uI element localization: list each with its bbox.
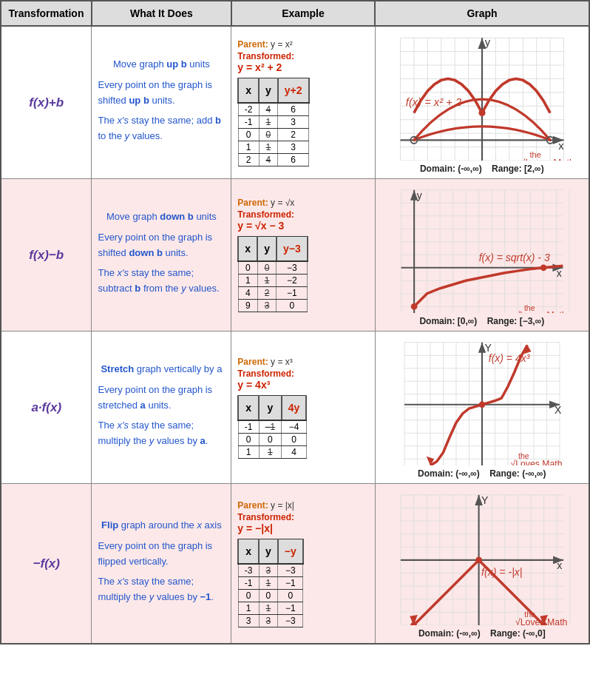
domain-range-2: Domain: (-∞,∞) Range: (-∞,∞) [382,468,583,479]
transform-cell-2: a·f(x) [1,332,92,484]
table-row: 002 [238,128,308,141]
parent-line-2: Parent: y = x³ [237,357,368,367]
graph-svg-3: Y x f(x) = -|x| the √Loves Math [382,488,583,625]
example-cell-1: Parent: y = √x Transformed: y = √x − 3 x… [231,179,375,332]
what-main-3: Flip graph around the x axis [98,518,225,534]
parent-line-3: Parent: y = |x| [237,500,368,511]
svg-text:√Loves Math: √Loves Math [515,310,566,313]
table-row: -33−3 [238,564,302,577]
svg-text:√Loves Math: √Loves Math [510,459,562,465]
table-row: 246 [238,153,308,166]
table-row: -113 [238,115,308,128]
transform-cell-1: f(x)−b [1,179,92,332]
transform-label-3: −f(x) [7,556,85,571]
table-row: 930 [238,300,307,312]
transformed-label-2: Transformed: [237,368,368,379]
table-row: -246 [238,103,308,116]
example-cell-3: Parent: y = |x| Transformed: y = −|x| xy… [231,484,375,645]
graph-svg-0: y x f(x) = x² + 2 the √Loves Math [382,31,583,161]
header-transformation: Transformation [1,1,92,26]
transform-cell-0: f(x)+b [1,26,92,179]
transform-label-0: f(x)+b [7,95,85,110]
data-table-0: xyy+2 -246 -113 002 113 246 [237,78,309,166]
domain-range-3: Domain: (-∞,∞) Range: (-∞,0] [382,628,583,639]
graph-cell-2: Y X f(x) = 4x³ the √Loves Math Domain: (… [375,332,589,484]
header-what-it-does: What It Does [92,1,231,26]
domain-range-0: Domain: (-∞,∞) Range: [2,∞) [382,164,583,174]
header-example: Example [231,1,375,26]
svg-text:x: x [556,267,561,279]
equation-3: y = −|x| [237,522,368,534]
graph-cell-1: y x f(x) = sqrt(x) - 3 the √Loves Math D… [375,179,589,332]
table-row: 000 [238,589,302,602]
what-main-2: Stretch graph vertically by a [98,362,225,377]
example-cell-0: Parent: y = x² Transformed: y = x² + 2 x… [231,26,375,179]
svg-text:X: X [555,404,562,416]
svg-text:y: y [484,36,490,48]
svg-point-66 [540,264,547,271]
svg-text:f(x) = x² + 2: f(x) = x² + 2 [406,96,461,108]
svg-text:f(x) = sqrt(x) - 3: f(x) = sqrt(x) - 3 [478,252,549,263]
what-cell-1: Move graph down b units Every point on t… [92,179,231,332]
svg-text:√Loves Math: √Loves Math [520,157,574,161]
equation-0: y = x² + 2 [237,61,368,73]
svg-text:Y: Y [481,494,489,506]
transform-cell-3: −f(x) [1,484,92,645]
what-main-1: Move graph down b units [98,209,225,225]
equation-2: y = 4x³ [237,379,368,391]
domain-range-1: Domain: [0,∞) Range: [−3,∞) [382,316,583,326]
data-table-2: xy4y -1−1−4 000 114 [237,395,307,459]
svg-text:f(x) = 4x³: f(x) = 4x³ [489,352,530,364]
transform-label-2: a·f(x) [7,400,85,415]
svg-point-99 [478,401,485,408]
what-cell-2: Stretch graph vertically by a Every poin… [92,332,231,484]
what-note-2: The x's stay the same; multiply the y va… [98,418,225,449]
data-table-1: xyy−3 00−3 11−2 42−1 930 [237,236,308,312]
transformed-label-1: Transformed: [237,209,368,220]
equation-1: y = √x − 3 [237,220,368,232]
svg-text:f(x) = -|x|: f(x) = -|x| [481,566,522,578]
graph-svg-2: Y X f(x) = 4x³ the √Loves Math [382,336,583,465]
table-row: -11−1 [238,576,302,589]
what-note-1: The x's stay the same; subtract b from t… [98,266,225,297]
data-table-3: xy−y -33−3 -11−1 000 11−1 33−3 [237,539,303,627]
svg-text:x: x [557,559,562,571]
header-graph: Graph [375,1,589,26]
what-main-0: Move graph up b units [98,57,225,73]
example-cell-2: Parent: y = x³ Transformed: y = 4x³ xy4y… [231,332,375,484]
table-row: 000 [238,433,306,445]
svg-point-30 [478,110,485,116]
table-row: 114 [238,445,306,458]
table-row: 11−1 [238,602,302,614]
table-row: 113 [238,141,308,153]
parent-line-0: Parent: y = x² [237,39,368,50]
svg-point-138 [475,557,482,564]
what-body-3: Every point on the graph is flipped vert… [98,539,225,570]
what-cell-3: Flip graph around the x axis Every point… [92,484,231,645]
what-cell-0: Move graph up b units Every point on the… [92,26,231,179]
transformed-label-0: Transformed: [237,51,368,61]
graph-cell-0: y x f(x) = x² + 2 the √Loves Math Domain… [375,26,589,179]
table-row: 00−3 [238,261,307,275]
parent-line-1: Parent: y = √x [237,198,368,208]
graph-cell-3: Y x f(x) = -|x| the √Loves Math Domain: … [375,484,589,645]
table-row: -1−1−4 [238,420,306,434]
svg-text:√Loves Math: √Loves Math [515,617,568,625]
table-row: 33−3 [238,614,302,627]
transformed-label-3: Transformed: [237,512,368,522]
what-body-1: Every point on the graph is shifted down… [98,230,225,261]
what-body-2: Every point on the graph is stretched a … [98,383,225,414]
svg-text:y: y [416,189,421,201]
what-note-0: The x's stay the same; add b to the y va… [98,113,225,144]
table-row: 42−1 [238,287,307,300]
transform-label-1: f(x)−b [7,248,85,263]
what-body-0: Every point on the graph is shifted up b… [98,78,225,109]
what-note-3: The x's stay the same; multiply the y va… [98,574,225,605]
table-row: 11−2 [238,275,307,287]
svg-text:x: x [558,140,564,152]
svg-point-65 [411,303,418,310]
graph-svg-1: y x f(x) = sqrt(x) - 3 the √Loves Math [382,184,583,313]
